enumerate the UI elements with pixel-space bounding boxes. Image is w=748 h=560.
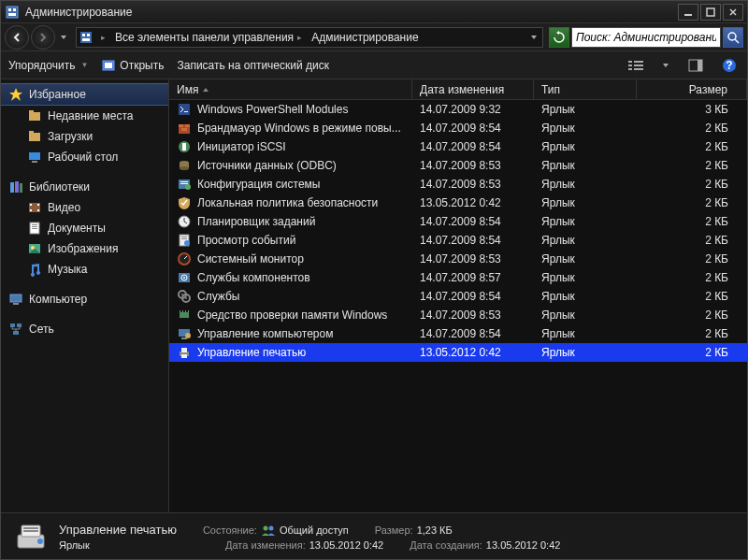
main-content: Избранное Недавние места Загрузки Рабочи… xyxy=(1,79,747,512)
file-name: Системный монитор xyxy=(197,252,304,266)
file-row[interactable]: Управление компьютером14.07.2009 8:54Ярл… xyxy=(169,324,747,343)
file-type: Ярлык xyxy=(534,178,637,191)
svg-rect-28 xyxy=(32,161,37,163)
sidebar-item-videos[interactable]: Видео xyxy=(1,197,168,218)
sidebar-item-label: Видео xyxy=(48,201,80,214)
computer-header[interactable]: Компьютер xyxy=(1,289,168,309)
open-button[interactable]: Открыть xyxy=(101,58,164,73)
svg-rect-13 xyxy=(628,61,632,63)
file-name: Конфигурация системы xyxy=(197,178,320,191)
close-button[interactable] xyxy=(723,4,743,21)
column-size[interactable]: Размер xyxy=(637,79,747,99)
svg-point-91 xyxy=(37,538,43,544)
burn-button[interactable]: Записать на оптический диск xyxy=(177,59,329,72)
file-row[interactable]: Службы14.07.2009 8:54Ярлык2 КБ xyxy=(169,287,747,306)
column-label: Дата изменения xyxy=(420,83,504,96)
file-row[interactable]: Windows PowerShell Modules14.07.2009 9:3… xyxy=(169,100,747,119)
file-row[interactable]: Просмотр событий14.07.2009 8:54Ярлык2 КБ xyxy=(169,231,747,250)
svg-rect-9 xyxy=(82,38,90,41)
sidebar-item-label: Документы xyxy=(48,222,106,235)
svg-rect-46 xyxy=(17,323,22,327)
file-date: 14.07.2009 8:57 xyxy=(412,271,534,284)
breadcrumb-admin-tools[interactable]: Администрирование xyxy=(308,29,422,46)
svg-rect-14 xyxy=(634,61,643,63)
file-row[interactable]: Локальная политика безопасности13.05.201… xyxy=(169,194,747,212)
favorites-header[interactable]: Избранное xyxy=(1,83,168,106)
file-name: Планировщик заданий xyxy=(197,215,315,228)
status-modified-label: Дата изменения: xyxy=(225,539,306,551)
sidebar-item-music[interactable]: Музыка xyxy=(1,259,168,280)
svg-rect-76 xyxy=(180,312,189,318)
breadcrumb-root-dropdown[interactable]: ▸ xyxy=(95,31,109,44)
svg-rect-78 xyxy=(182,310,183,312)
file-date: 14.07.2009 8:53 xyxy=(412,159,534,172)
breadcrumb-label: Все элементы панели управления xyxy=(115,31,294,44)
file-row[interactable]: Службы компонентов14.07.2009 8:57Ярлык2 … xyxy=(169,268,747,287)
file-list-body[interactable]: Windows PowerShell Modules14.07.2009 9:3… xyxy=(169,100,747,512)
file-name: Источники данных (ODBC) xyxy=(197,159,337,172)
breadcrumb-control-panel[interactable]: Все элементы панели управления▸ xyxy=(111,29,306,46)
organize-menu[interactable]: Упорядочить▼ xyxy=(8,59,88,72)
svg-rect-47 xyxy=(13,331,19,335)
column-type[interactable]: Тип xyxy=(534,79,637,99)
status-created-value: 13.05.2012 0:42 xyxy=(486,539,561,551)
file-row[interactable]: Управление печатью13.05.2012 0:42Ярлык2 … xyxy=(169,343,747,362)
computer-icon xyxy=(8,292,23,307)
search-button[interactable] xyxy=(723,27,743,48)
selected-file-icon xyxy=(12,518,50,555)
column-date[interactable]: Дата изменения xyxy=(412,79,534,99)
nav-history-dropdown[interactable] xyxy=(57,25,70,50)
help-button[interactable]: ? xyxy=(719,55,740,76)
file-icon xyxy=(177,158,192,173)
maximize-button[interactable] xyxy=(700,4,721,21)
view-mode-button[interactable] xyxy=(626,55,646,76)
file-type: Ярлык xyxy=(534,271,637,284)
file-type: Ярлык xyxy=(534,196,637,209)
status-modified-value: 13.05.2012 0:42 xyxy=(309,539,384,551)
sidebar-item-pictures[interactable]: Изображения xyxy=(1,238,168,259)
address-bar[interactable]: ▸ Все элементы панели управления▸ Админи… xyxy=(76,27,543,48)
sidebar-item-recent[interactable]: Недавние места xyxy=(1,106,168,126)
file-date: 14.07.2009 8:53 xyxy=(412,252,534,266)
file-type: Ярлык xyxy=(534,234,637,247)
minimize-button[interactable] xyxy=(678,4,698,21)
svg-rect-34 xyxy=(30,209,32,211)
svg-rect-38 xyxy=(32,224,37,225)
column-name[interactable]: Имя xyxy=(169,79,412,99)
address-dropdown[interactable] xyxy=(527,25,540,50)
file-row[interactable]: Средство проверки памяти Windows14.07.20… xyxy=(169,306,747,324)
file-date: 14.07.2009 9:32 xyxy=(412,103,534,116)
file-name: Управление печатью xyxy=(197,346,306,359)
file-row[interactable]: Планировщик заданий14.07.2009 8:54Ярлык2… xyxy=(169,212,747,231)
back-button[interactable] xyxy=(5,25,29,50)
sidebar-item-documents[interactable]: Документы xyxy=(1,218,168,238)
svg-rect-2 xyxy=(13,8,16,11)
file-row[interactable]: Источники данных (ODBC)14.07.2009 8:53Яр… xyxy=(169,156,747,175)
svg-point-75 xyxy=(185,297,187,299)
file-size: 3 КБ xyxy=(637,103,747,116)
sidebar-item-downloads[interactable]: Загрузки xyxy=(1,126,168,147)
forward-button[interactable] xyxy=(31,25,55,50)
libraries-header[interactable]: Библиотеки xyxy=(1,177,168,197)
file-date: 14.07.2009 8:53 xyxy=(412,309,534,322)
file-type: Ярлык xyxy=(534,159,637,172)
file-type: Ярлык xyxy=(534,103,637,116)
file-row[interactable]: Брандмауэр Windows в режиме повы...14.07… xyxy=(169,119,747,137)
file-row[interactable]: Системный монитор14.07.2009 8:53Ярлык2 К… xyxy=(169,250,747,268)
preview-pane-button[interactable] xyxy=(685,55,706,76)
svg-point-74 xyxy=(181,294,183,295)
svg-rect-52 xyxy=(185,124,190,127)
svg-rect-26 xyxy=(29,131,34,134)
svg-text:?: ? xyxy=(726,59,732,72)
sidebar-item-desktop[interactable]: Рабочий стол xyxy=(1,147,168,167)
search-input[interactable] xyxy=(571,27,721,48)
control-panel-icon xyxy=(79,30,94,45)
network-header[interactable]: Сеть xyxy=(1,319,168,339)
refresh-button[interactable] xyxy=(549,27,569,48)
view-mode-dropdown[interactable] xyxy=(659,53,672,78)
column-headers: Имя Дата изменения Тип Размер xyxy=(169,79,747,100)
file-row[interactable]: Конфигурация системы14.07.2009 8:53Ярлык… xyxy=(169,175,747,194)
file-type: Ярлык xyxy=(534,309,637,322)
svg-rect-31 xyxy=(20,183,22,193)
file-row[interactable]: Инициатор iSCSI14.07.2009 8:54Ярлык2 КБ xyxy=(169,137,747,156)
